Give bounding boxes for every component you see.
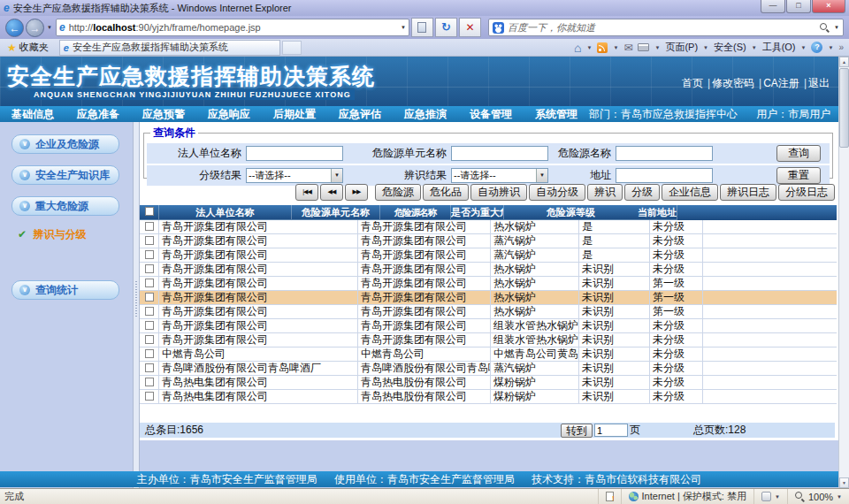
toolbar-action-button[interactable]: 分级日志 <box>778 184 835 201</box>
column-header[interactable]: 法人单位名称 <box>159 205 292 220</box>
refresh-button[interactable]: ↻ <box>435 18 457 37</box>
sidebar-group-button[interactable]: ∨ 重大危险源 <box>11 196 119 216</box>
table-row[interactable]: 青岛热电集团有限公司 青岛热电股份有限公司 煤粉锅炉 未识别 未分级 <box>140 376 837 390</box>
search-dropdown-icon[interactable]: ▼ <box>834 25 839 30</box>
sidebar-group-button[interactable]: ∨ 查询统计 <box>11 280 119 300</box>
protected-mode-dropdown-icon[interactable]: ▼ <box>775 494 780 500</box>
column-header[interactable]: 危险源等级 <box>504 205 638 220</box>
print-dropdown-icon[interactable]: ▼ <box>654 45 660 50</box>
nav-menu-item[interactable]: 应急准备 <box>65 107 131 122</box>
forward-button[interactable]: → <box>26 19 44 37</box>
minimize-button[interactable]: — <box>761 0 785 13</box>
table-row[interactable]: 青岛开源集团有限公司 青岛开源集团有限公司 热水锅炉 未识别 第一级 <box>140 291 837 305</box>
nav-menu-item[interactable]: 应急评估 <box>327 107 393 122</box>
sidebar-splitter[interactable] <box>133 122 140 488</box>
nav-menu-item[interactable]: 后期处置 <box>262 107 327 122</box>
row-checkbox[interactable] <box>145 335 154 344</box>
toolbar-action-button[interactable]: 危化品 <box>423 184 469 201</box>
sidebar-item-active[interactable]: ✔ 辨识与分级 <box>18 227 133 242</box>
header-link[interactable]: 退出 <box>799 77 830 89</box>
row-checkbox[interactable] <box>145 293 154 302</box>
row-checkbox[interactable] <box>145 349 154 358</box>
zoom-dropdown-icon[interactable]: ▼ <box>837 494 842 500</box>
grade-result-select[interactable]: --请选择-- ▼ <box>246 168 343 183</box>
table-row[interactable]: 青岛开源集团有限公司 青岛开源集团有限公司 蒸汽锅炉 是 未分级 <box>140 248 837 263</box>
toolbar-action-button[interactable]: 自动辨识 <box>470 184 527 201</box>
row-checkbox[interactable] <box>145 222 154 231</box>
header-link[interactable]: CA注册 <box>754 77 799 89</box>
search-box[interactable]: 百度一下，你就知道 ▼ <box>488 19 844 36</box>
row-checkbox[interactable] <box>145 392 154 401</box>
scrollbar-thumb[interactable] <box>839 68 849 148</box>
table-row[interactable]: 青岛开源集团有限公司 青岛开源集团有限公司 热水锅炉 未识别 第一级 <box>140 277 837 291</box>
select-all-checkbox[interactable] <box>145 207 154 216</box>
corp-name-input[interactable] <box>246 146 343 161</box>
sidebar-group-button[interactable]: ∨ 企业及危险源 <box>11 134 119 154</box>
nav-menu-item[interactable]: 应急预警 <box>131 107 196 122</box>
row-checkbox[interactable] <box>145 378 154 386</box>
row-checkbox[interactable] <box>145 250 154 259</box>
toolbar-action-button[interactable]: 危险源 <box>375 184 421 201</box>
scroll-up-button[interactable]: ▲ <box>839 57 849 67</box>
table-row[interactable]: 青岛开源集团有限公司 青岛开源集团有限公司 热水锅炉 未识别 未分级 <box>140 263 837 277</box>
table-row[interactable]: 青岛开源集团有限公司 青岛开源集团有限公司 组装水管热水锅炉 未识别 未分级 <box>140 333 837 347</box>
privacy-report-icon[interactable] <box>606 492 614 501</box>
nav-menu-item[interactable]: 系统管理 <box>524 107 589 122</box>
sidebar-group-button[interactable]: ∨ 安全生产知识库 <box>11 165 119 185</box>
overflow-chevron-icon[interactable]: » <box>838 42 844 52</box>
nav-menu-item[interactable]: 设备管理 <box>458 107 524 122</box>
search-button[interactable]: 查询 <box>776 145 821 162</box>
browser-tab[interactable]: e 安全生产应急救援指挥辅助决策系统 <box>59 40 280 56</box>
row-checkbox[interactable] <box>145 363 154 372</box>
toolbar-action-button[interactable]: 企业信息 <box>662 184 718 201</box>
toolbar-action-button[interactable]: 自动分级 <box>529 184 585 201</box>
row-checkbox[interactable] <box>145 321 154 330</box>
menu-page[interactable]: 页面(P) <box>665 41 698 54</box>
page-number-input[interactable] <box>594 424 628 437</box>
favorites-button[interactable]: ★ 收藏夹 <box>0 40 56 56</box>
address-input[interactable] <box>616 168 713 183</box>
column-header[interactable]: 当前地址 <box>638 205 677 220</box>
nav-menu-item[interactable]: 应急推演 <box>393 107 458 122</box>
row-checkbox[interactable] <box>145 307 154 316</box>
toolbar-action-button[interactable]: 辨识 <box>587 184 623 201</box>
protected-mode-icon[interactable] <box>761 492 771 501</box>
table-row[interactable]: 青岛开源集团有限公司 青岛开源集团有限公司 组装水管热水锅炉 未识别 未分级 <box>140 319 837 333</box>
table-row[interactable]: 青岛热电集团有限公司 青岛热电股份有限公司 煤粉锅炉 未识别 未分级 <box>140 390 837 404</box>
table-row[interactable]: 青岛开源集团有限公司 青岛开源集团有限公司 热水锅炉 未识别 第一级 <box>140 305 837 319</box>
home-icon[interactable]: ⌂ <box>574 42 581 53</box>
table-row[interactable]: 中燃青岛公司 中燃青岛公司 中燃青岛公司黄岛油库锅炉 未识别 未分级 <box>140 347 837 362</box>
pager-button[interactable]: ▶▶ <box>345 184 368 201</box>
table-row[interactable]: 青岛开源集团有限公司 青岛开源集团有限公司 热水锅炉 是 未分级 <box>140 220 837 234</box>
column-header[interactable]: 危险源单元名称 <box>292 205 380 220</box>
rss-icon[interactable] <box>597 42 608 53</box>
stop-button[interactable]: ✕ <box>459 18 481 37</box>
compatibility-view-button[interactable] <box>411 18 433 37</box>
pager-button[interactable]: ◀◀ <box>320 184 343 201</box>
close-button[interactable]: × <box>812 0 845 13</box>
mail-icon[interactable]: ✉ <box>623 42 632 54</box>
address-bar-input[interactable]: e http://localhost:90/yjzh/frame/homepag… <box>56 19 409 36</box>
table-row[interactable]: 青岛啤酒股份有限公司青岛啤酒厂 青岛啤酒股份有限公司青岛啤酒厂 蒸汽锅炉 未识别… <box>140 362 837 376</box>
header-link[interactable]: 首页 <box>682 77 703 89</box>
nav-menu-item[interactable]: 应急响应 <box>196 107 262 122</box>
header-link[interactable]: 修改密码 <box>703 77 754 89</box>
nav-menu-item[interactable]: 基础信息 <box>0 107 65 122</box>
search-icon[interactable] <box>820 23 830 33</box>
scroll-down-button[interactable]: ▼ <box>839 477 849 488</box>
identify-result-select[interactable]: --请选择-- ▼ <box>451 168 548 183</box>
pager-button[interactable]: |◀◀ <box>295 184 318 201</box>
column-header[interactable]: 危险源名称 <box>380 205 451 220</box>
print-icon[interactable] <box>638 43 649 51</box>
reset-button[interactable]: 重置 <box>776 167 821 184</box>
table-row[interactable]: 青岛开源集团有限公司 青岛开源集团有限公司 蒸汽锅炉 是 未分级 <box>140 234 837 248</box>
toolbar-action-button[interactable]: 辨识日志 <box>720 184 776 201</box>
menu-tools[interactable]: 工具(O) <box>762 41 796 54</box>
home-dropdown-icon[interactable]: ▼ <box>586 45 592 50</box>
unit-name-input[interactable] <box>451 146 548 161</box>
row-checkbox[interactable] <box>145 279 154 287</box>
row-checkbox[interactable] <box>145 264 154 273</box>
menu-safety[interactable]: 安全(S) <box>714 41 746 54</box>
rss-dropdown-icon[interactable]: ▼ <box>613 45 618 50</box>
toolbar-action-button[interactable]: 分级 <box>624 184 660 201</box>
